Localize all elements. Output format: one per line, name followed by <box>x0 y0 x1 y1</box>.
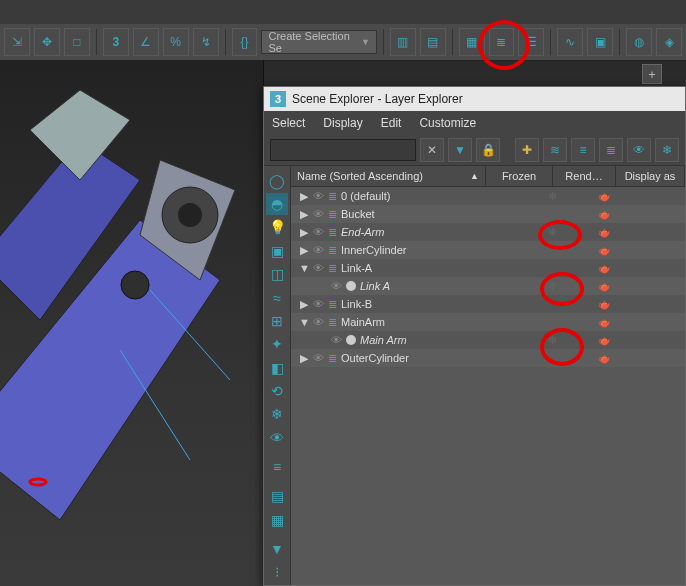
scene-explorer-button[interactable]: ☰ <box>518 28 544 56</box>
display-bone-button[interactable]: ✦ <box>266 334 288 355</box>
lock-button[interactable]: 🔒 <box>476 138 500 162</box>
collapse-all-button[interactable]: ▦ <box>266 509 288 530</box>
menu-select[interactable]: Select <box>272 116 305 130</box>
layer-row[interactable]: ▶👁≣0 (default)❄🫖 <box>291 187 685 205</box>
layer-tool-4-button[interactable]: 👁 <box>627 138 651 162</box>
curve-editor-button[interactable]: ∿ <box>557 28 583 56</box>
display-lights-button[interactable]: 💡 <box>266 217 288 238</box>
layer-row[interactable]: ▼👁≣Link-A🫖 <box>291 259 685 277</box>
renderable-cell[interactable]: 🫖 <box>579 209 629 220</box>
expand-all-button[interactable]: ▤ <box>266 486 288 507</box>
mirror-button[interactable]: ▥ <box>390 28 416 56</box>
object-row[interactable]: 👁Link A❄🫖 <box>291 277 685 295</box>
renderable-cell[interactable]: 🫖 <box>579 353 629 364</box>
col-header-renderable[interactable]: Rend… <box>553 166 616 186</box>
snap-3-button[interactable]: 3 <box>103 28 129 56</box>
angle-snap-button[interactable]: ∠ <box>133 28 159 56</box>
layer-row[interactable]: ▼👁≣MainArm🫖 <box>291 313 685 331</box>
display-xrefs-button[interactable]: ⟲ <box>266 380 288 401</box>
snap-toggle-button[interactable]: ⇲ <box>4 28 30 56</box>
col-header-name[interactable]: Name (Sorted Ascending) ▲ <box>291 166 486 186</box>
display-space-warps-button[interactable]: ≈ <box>266 287 288 308</box>
frozen-cell[interactable]: ❄ <box>525 280 579 293</box>
renderable-cell[interactable]: 🫖 <box>579 227 629 238</box>
search-input[interactable] <box>270 139 416 161</box>
layer-explorer-button[interactable]: ≣ <box>489 28 515 56</box>
menu-display[interactable]: Display <box>323 116 362 130</box>
renderable-cell[interactable]: 🫖 <box>579 245 629 256</box>
funnel-filter-button[interactable]: ▼ <box>266 538 288 559</box>
display-geometry-button[interactable]: ◓ <box>266 193 288 214</box>
display-all-button[interactable]: ◯ <box>266 170 288 191</box>
expand-toggle[interactable]: ▶ <box>299 208 309 221</box>
visibility-toggle[interactable]: 👁 <box>313 190 324 202</box>
dope-sheet-button[interactable]: ▣ <box>587 28 613 56</box>
panel-filterbar: ✕ ▼ 🔒 ✚ ≋ ≡ ≣ 👁 ❄ <box>264 135 685 166</box>
layer-icon: ≣ <box>328 262 337 275</box>
visibility-toggle[interactable]: 👁 <box>313 226 324 238</box>
visibility-toggle[interactable]: 👁 <box>331 280 342 292</box>
visibility-toggle[interactable]: 👁 <box>313 244 324 256</box>
expand-toggle[interactable]: ▼ <box>299 316 309 328</box>
renderable-cell[interactable]: 🫖 <box>579 191 629 202</box>
viewport[interactable] <box>0 60 264 586</box>
display-containers-button[interactable]: ◧ <box>266 357 288 378</box>
panel-titlebar[interactable]: 3 Scene Explorer - Layer Explorer <box>264 87 685 111</box>
material-editor-button[interactable]: ◍ <box>626 28 652 56</box>
layer-tool-2-button[interactable]: ≡ <box>571 138 595 162</box>
menu-edit[interactable]: Edit <box>381 116 402 130</box>
visibility-toggle[interactable]: 👁 <box>313 352 324 364</box>
frozen-cell[interactable]: ❄ <box>525 190 579 203</box>
layer-row[interactable]: ▶👁≣Bucket🫖 <box>291 205 685 223</box>
frozen-cell[interactable]: ❄ <box>525 226 579 239</box>
display-frozen-button[interactable]: ❄ <box>266 404 288 425</box>
clear-search-button[interactable]: ✕ <box>420 138 444 162</box>
render-setup-button[interactable]: ◈ <box>656 28 682 56</box>
settings-button[interactable]: ⁝ <box>266 561 288 582</box>
expand-toggle[interactable]: ▼ <box>299 262 309 274</box>
display-cameras-button[interactable]: ▣ <box>266 240 288 261</box>
renderable-cell[interactable]: 🫖 <box>579 263 629 274</box>
object-row[interactable]: 👁Main Arm❄🫖 <box>291 331 685 349</box>
visibility-toggle[interactable]: 👁 <box>331 334 342 346</box>
renderable-cell[interactable]: 🫖 <box>579 317 629 328</box>
display-helpers-button[interactable]: ◫ <box>266 264 288 285</box>
expand-toggle[interactable]: ▶ <box>299 190 309 203</box>
visibility-toggle[interactable]: 👁 <box>313 316 324 328</box>
align-button[interactable]: ▤ <box>420 28 446 56</box>
layer-row[interactable]: ▶👁≣InnerCylinder🫖 <box>291 241 685 259</box>
layer-tool-1-button[interactable]: ≋ <box>543 138 567 162</box>
selection-set-dropdown[interactable]: Create Selection Se ▼ <box>261 30 376 54</box>
schematic-view-button[interactable]: ▦ <box>459 28 485 56</box>
layer-row[interactable]: ▶👁≣Link-B🫖 <box>291 295 685 313</box>
visibility-toggle[interactable]: 👁 <box>313 208 324 220</box>
move-tool-button[interactable]: ✥ <box>34 28 60 56</box>
visibility-toggle[interactable]: 👁 <box>313 298 324 310</box>
col-header-display-as[interactable]: Display as <box>616 166 685 186</box>
named-selection-button[interactable]: {} <box>232 28 258 56</box>
layer-tool-3-button[interactable]: ≣ <box>599 138 623 162</box>
layer-tool-5-button[interactable]: ❄ <box>655 138 679 162</box>
add-layer-button[interactable]: ✚ <box>515 138 539 162</box>
renderable-cell[interactable]: 🫖 <box>579 335 629 346</box>
layer-row[interactable]: ▶👁≣OuterCylinder🫖 <box>291 349 685 367</box>
col-header-frozen[interactable]: Frozen <box>486 166 553 186</box>
visibility-toggle[interactable]: 👁 <box>313 262 324 274</box>
renderable-cell[interactable]: 🫖 <box>579 281 629 292</box>
menu-customize[interactable]: Customize <box>419 116 476 130</box>
expand-toggle[interactable]: ▶ <box>299 352 309 365</box>
expand-toggle[interactable]: ▶ <box>299 226 309 239</box>
expand-toggle[interactable]: ▶ <box>299 298 309 311</box>
layer-row[interactable]: ▶👁≣End-Arm❄🫖 <box>291 223 685 241</box>
display-groups-button[interactable]: ⊞ <box>266 310 288 331</box>
viewport-plus-button[interactable]: ＋ <box>642 64 662 84</box>
percent-snap-button[interactable]: % <box>163 28 189 56</box>
renderable-cell[interactable]: 🫖 <box>579 299 629 310</box>
display-hidden-button[interactable]: 👁 <box>266 427 288 448</box>
filter-funnel-button[interactable]: ▼ <box>448 138 472 162</box>
frozen-cell[interactable]: ❄ <box>525 334 579 347</box>
spinner-snap-button[interactable]: ↯ <box>193 28 219 56</box>
expand-toggle[interactable]: ▶ <box>299 244 309 257</box>
list-mode-button[interactable]: ≡ <box>266 456 288 477</box>
extents-button[interactable]: □ <box>64 28 90 56</box>
